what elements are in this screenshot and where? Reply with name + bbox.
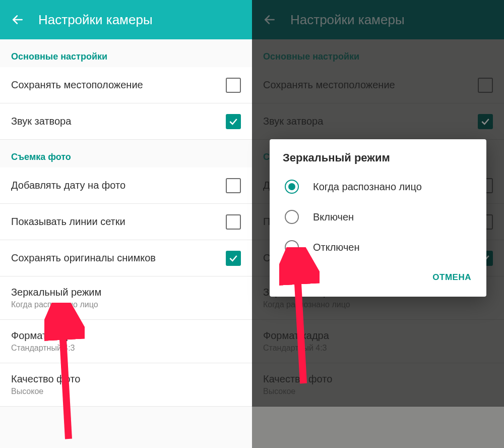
row-label: Сохранять местоположение xyxy=(11,79,143,91)
row-label: Добавлять дату на фото xyxy=(11,180,125,191)
radio-unselected-icon[interactable] xyxy=(285,240,299,254)
row-label: Показывать линии сетки xyxy=(11,216,125,228)
row-frame-format[interactable]: Формат кадра Стандартный 4:3 xyxy=(0,320,252,363)
row-mirror-mode[interactable]: Зеркальный режим Когда распознано лицо xyxy=(0,276,252,320)
dialog-option-on[interactable]: Включен xyxy=(270,202,486,232)
mirror-mode-dialog: Зеркальный режим Когда распознано лицо В… xyxy=(270,139,486,297)
section-photo-title: Съемка фото xyxy=(0,140,252,167)
dialog-cancel-button[interactable]: ОТМЕНА xyxy=(426,267,477,288)
row-label: Звук затвора xyxy=(11,116,71,127)
dialog-option-face[interactable]: Когда распознано лицо xyxy=(270,172,486,202)
row-sublabel: Высокое xyxy=(11,387,80,396)
row-sublabel: Высокое xyxy=(263,387,332,396)
row-add-date[interactable]: Добавлять дату на фото xyxy=(0,167,252,204)
option-label: Отключен xyxy=(313,242,360,253)
settings-list: Основные настройки Сохранять местоположе… xyxy=(0,39,252,407)
checkbox-unchecked-icon[interactable] xyxy=(226,78,241,93)
checkbox-checked-icon xyxy=(478,114,493,129)
row-sublabel: Стандартный 4:3 xyxy=(263,344,329,353)
right-screenshot: Настройки камеры Основные настройки Сохр… xyxy=(252,0,504,448)
row-sublabel: Когда распознано лицо xyxy=(11,300,101,309)
row-frame-format: Формат кадраСтандартный 4:3 xyxy=(252,320,504,363)
row-label: Формат кадра xyxy=(11,330,77,342)
back-arrow-icon[interactable] xyxy=(11,13,24,26)
row-save-originals[interactable]: Сохранять оригиналы снимков xyxy=(0,240,252,276)
checkbox-unchecked-icon xyxy=(478,78,493,93)
checkbox-checked-icon[interactable] xyxy=(226,114,241,129)
page-title: Настройки камеры xyxy=(38,12,153,28)
radio-unselected-icon[interactable] xyxy=(285,210,299,224)
row-photo-quality: Качество фотоВысокое xyxy=(252,363,504,407)
left-screenshot: Настройки камеры Основные настройки Сохр… xyxy=(0,0,252,448)
back-arrow-icon xyxy=(263,13,276,26)
row-label: Зеркальный режим xyxy=(11,287,101,298)
row-label: Звук затвора xyxy=(263,116,323,127)
section-basic-title: Основные настройки xyxy=(252,39,504,67)
row-shutter-sound[interactable]: Звук затвора xyxy=(0,103,252,140)
radio-selected-icon[interactable] xyxy=(285,180,299,194)
page-title: Настройки камеры xyxy=(290,12,405,28)
section-basic-title: Основные настройки xyxy=(0,39,252,67)
row-save-location[interactable]: Сохранять местоположение xyxy=(0,67,252,103)
row-photo-quality[interactable]: Качество фото Высокое xyxy=(0,363,252,407)
row-label: Качество фото xyxy=(263,373,332,385)
checkbox-checked-icon[interactable] xyxy=(226,251,241,266)
checkbox-unchecked-icon[interactable] xyxy=(226,178,241,193)
row-grid-lines[interactable]: Показывать линии сетки xyxy=(0,204,252,240)
option-label: Когда распознано лицо xyxy=(313,181,422,193)
row-label: Формат кадра xyxy=(263,330,329,342)
row-save-location: Сохранять местоположение xyxy=(252,67,504,103)
titlebar: Настройки камеры xyxy=(0,0,252,39)
row-label: Сохранять оригиналы снимков xyxy=(11,252,156,264)
row-label: Сохранять местоположение xyxy=(263,79,395,91)
row-sublabel: Когда распознано лицо xyxy=(263,300,353,309)
checkbox-unchecked-icon[interactable] xyxy=(226,214,241,230)
titlebar: Настройки камеры xyxy=(252,0,504,39)
row-label: Качество фото xyxy=(11,373,80,385)
dialog-title: Зеркальный режим xyxy=(270,151,486,172)
row-sublabel: Стандартный 4:3 xyxy=(11,344,77,353)
dialog-option-off[interactable]: Отключен xyxy=(270,232,486,262)
option-label: Включен xyxy=(313,211,354,223)
row-shutter-sound: Звук затвора xyxy=(252,103,504,140)
